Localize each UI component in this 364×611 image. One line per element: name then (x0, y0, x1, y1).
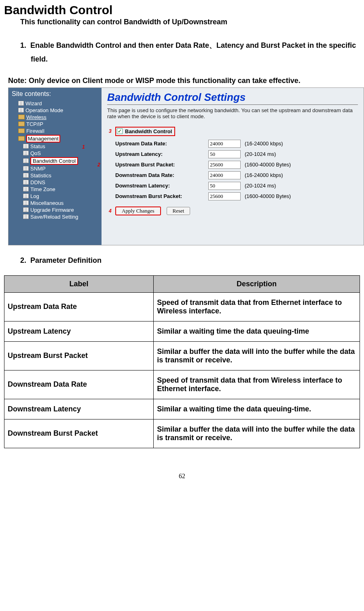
table-row: Downstream Latency Similar a waiting tim… (4, 399, 360, 419)
sidebar-item-operation-mode[interactable]: Operation Mode (10, 107, 100, 114)
sidebar: Site contents: Wizard Operation Mode Wir… (8, 88, 102, 245)
cell-desc: Similar a buffer the data will into the … (154, 341, 360, 370)
sidebar-item-label: Status (30, 143, 45, 149)
sidebar-item-statistics[interactable]: Statistics (10, 172, 100, 179)
sidebar-item-label: Operation Mode (25, 107, 63, 113)
sidebar-item-upgrade-firmware[interactable]: Upgrade Firmware (10, 207, 100, 213)
page-icon (23, 214, 29, 219)
form-description: This page is used to configure the netwo… (107, 107, 358, 119)
sidebar-item-label: Wizard (25, 100, 42, 106)
bandwidth-control-checkbox[interactable]: ✓ (117, 128, 123, 134)
upstream-data-rate-input[interactable] (208, 140, 241, 148)
form-title: Bandwidth Control Settings (107, 91, 358, 105)
sidebar-item-miscellaneous[interactable]: Miscellaneous (10, 200, 100, 207)
sidebar-item-label: Bandwidth Control (30, 157, 78, 165)
folder-icon (18, 128, 25, 133)
sidebar-item-label: Management (26, 135, 60, 143)
table-header-label: Label (4, 275, 154, 292)
field-hint: (16-24000 kbps) (245, 141, 283, 147)
table-row: Upstream Data Rate Speed of transmit dat… (4, 292, 360, 321)
sidebar-item-log[interactable]: Log (10, 193, 100, 200)
page-icon (23, 158, 29, 163)
folder-icon (18, 115, 25, 119)
enable-label: Bandwidth Control (125, 128, 172, 134)
intro-text: This functionality can control Bandwidth… (20, 18, 360, 26)
row-upstream-burst: Upstream Burst Packet: (1600-40000 Bytes… (107, 160, 358, 170)
main-panel: Bandwidth Control Settings This page is … (102, 88, 364, 245)
sidebar-item-label: Firewall (26, 128, 44, 134)
sidebar-item-qos[interactable]: QoS (10, 150, 100, 157)
sidebar-item-bandwidth-control[interactable]: Bandwidth Control (10, 157, 100, 165)
field-label: Upstream Data Rate: (107, 141, 208, 147)
field-hint: (1600-40000 Bytes) (245, 193, 291, 199)
sidebar-item-label: SNMP (30, 166, 46, 172)
step-1: 1. Enable Bandwidth Control and then ent… (20, 38, 360, 66)
downstream-data-rate-input[interactable] (208, 171, 241, 179)
field-hint: (20-1024 ms) (245, 151, 276, 157)
table-row: Upstream Burst Packet Similar a buffer t… (4, 341, 360, 370)
sidebar-item-wireless[interactable]: Wireless (10, 114, 100, 121)
sidebar-item-label: Miscellaneous (30, 200, 63, 206)
field-label: Downstream Burst Packet: (107, 193, 208, 199)
downstream-latency-input[interactable] (208, 182, 241, 190)
table-row: Downstream Data Rate Speed of transmit d… (4, 370, 360, 399)
marker-2: 2 (97, 162, 100, 168)
row-downstream-data-rate: Downstream Data Rate: (16-24000 kbps) (107, 170, 358, 181)
sidebar-item-save-reload[interactable]: Save/Reload Setting (10, 213, 100, 220)
sidebar-item-snmp[interactable]: SNMP (10, 165, 100, 172)
table-header-description: Description (154, 275, 360, 292)
page-icon (23, 180, 29, 185)
sidebar-item-status[interactable]: Status (10, 143, 100, 150)
row-downstream-burst: Downstream Burst Packet: (1600-40000 Byt… (107, 191, 358, 202)
table-row: Upstream Latency Similar a waiting time … (4, 321, 360, 341)
cell-desc: Speed of transmit data that from Wireles… (154, 370, 360, 399)
cell-label: Upstream Burst Packet (4, 341, 154, 370)
field-hint: (20-1024 ms) (245, 183, 276, 189)
page-icon (23, 166, 29, 171)
row-downstream-latency: Downstream Latency: (20-1024 ms) (107, 181, 358, 191)
cell-desc: Similar a buffer the data will into the … (154, 419, 360, 448)
cell-label: Downstream Data Rate (4, 370, 154, 399)
step-2-number: 2. (20, 256, 26, 264)
table-row: Downstream Burst Packet Similar a buffer… (4, 419, 360, 448)
page-icon (23, 200, 29, 205)
marker-3: 3 (109, 128, 112, 134)
sidebar-item-label: TCP/IP (26, 121, 43, 127)
row-upstream-data-rate: Upstream Data Rate: (16-24000 kbps) (107, 138, 358, 149)
page-icon (23, 173, 29, 178)
field-label: Downstream Data Rate: (107, 172, 208, 178)
page-number: 62 (4, 473, 360, 488)
upstream-latency-input[interactable] (208, 150, 241, 158)
page-title: Bandwidth Control (4, 3, 360, 17)
cell-label: Downstream Latency (4, 399, 154, 419)
apply-changes-button[interactable]: Apply Changes (115, 207, 161, 215)
sidebar-item-management[interactable]: Management (10, 134, 100, 143)
sidebar-item-label: Statistics (30, 172, 51, 179)
upstream-burst-input[interactable] (208, 161, 241, 169)
sidebar-item-label: Wireless (26, 114, 47, 120)
sidebar-item-label: DDNS (30, 179, 45, 185)
field-hint: (1600-40000 Bytes) (245, 162, 291, 168)
field-hint: (16-24000 kbps) (245, 172, 283, 178)
downstream-burst-input[interactable] (208, 192, 241, 200)
page-icon (18, 101, 24, 106)
sidebar-item-label: Log (30, 193, 39, 199)
page-icon (23, 207, 29, 212)
sidebar-item-firewall[interactable]: Firewall (10, 128, 100, 134)
sidebar-item-ddns[interactable]: DDNS (10, 179, 100, 186)
cell-desc: Similar a waiting time the data queuing-… (154, 321, 360, 341)
step-2-text: Parameter Definition (30, 256, 102, 264)
reset-button[interactable]: Reset (167, 207, 190, 215)
cell-label: Downstream Burst Packet (4, 419, 154, 448)
page-icon (23, 151, 29, 155)
page-icon (23, 187, 29, 192)
sidebar-item-wizard[interactable]: Wizard (10, 100, 100, 107)
cell-label: Upstream Latency (4, 321, 154, 341)
parameter-table: Label Description Upstream Data Rate Spe… (4, 275, 360, 448)
sidebar-item-label: QoS (30, 150, 41, 156)
step-2: 2. Parameter Definition (20, 253, 360, 267)
step-1-number: 1. (20, 41, 26, 49)
sidebar-item-tcpip[interactable]: TCP/IP (10, 121, 100, 128)
sidebar-item-label: Upgrade Firmware (30, 207, 74, 213)
sidebar-item-time-zone[interactable]: Time Zone (10, 186, 100, 193)
